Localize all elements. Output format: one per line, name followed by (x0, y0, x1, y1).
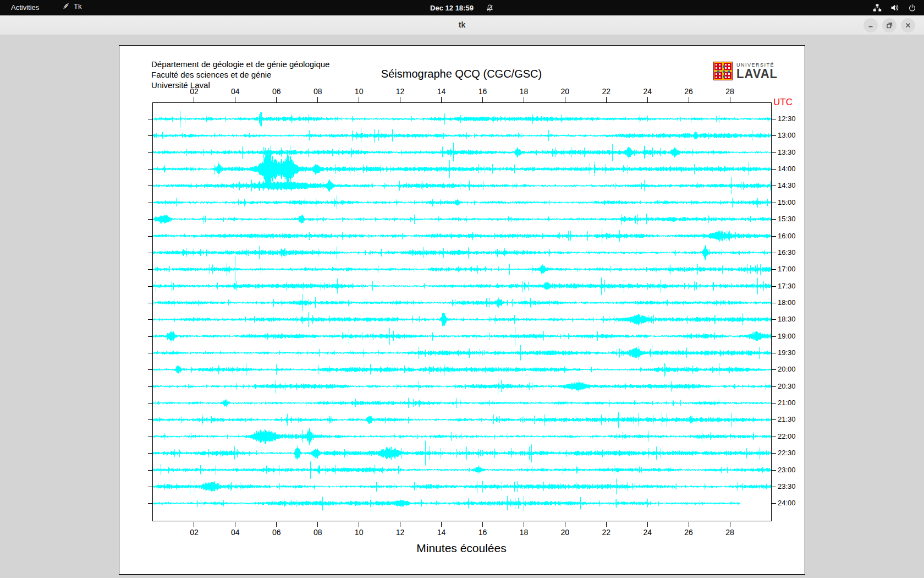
row-time-label: 16:30 (778, 248, 796, 257)
top-axis-label: 02 (183, 87, 205, 96)
left-row-tick (148, 119, 152, 119)
left-row-tick (148, 236, 152, 237)
bottom-axis-tick (235, 522, 235, 527)
bottom-axis-tick (276, 522, 277, 527)
clock-label: Dec 12 18:59 (430, 4, 474, 12)
left-row-tick (148, 152, 152, 153)
close-button[interactable] (901, 18, 915, 32)
window-title: tk (0, 20, 924, 29)
left-row-tick (148, 253, 152, 253)
maximize-button[interactable] (882, 18, 897, 32)
row-time-label: 14:30 (778, 181, 796, 190)
bottom-axis-tick (482, 522, 483, 527)
top-axis-label: 24 (636, 87, 658, 96)
right-row-tick (772, 253, 776, 253)
bottom-axis-label: 22 (595, 528, 617, 537)
top-axis-label: 22 (595, 87, 617, 96)
right-row-tick (772, 503, 776, 504)
right-row-tick (772, 169, 776, 170)
left-row-tick (148, 203, 152, 203)
bottom-axis-label: 12 (389, 528, 411, 537)
left-row-tick (148, 353, 152, 353)
row-time-label: 14:00 (778, 165, 796, 173)
top-axis-label: 20 (554, 87, 576, 96)
row-time-label: 12:30 (778, 114, 796, 123)
top-axis-label: 04 (224, 87, 246, 96)
right-row-tick (772, 119, 776, 119)
left-row-tick (148, 403, 152, 403)
network-wired-icon (873, 3, 882, 12)
row-time-label: 18:00 (778, 298, 796, 307)
bottom-axis-label: 02 (183, 528, 205, 537)
row-time-label: 23:00 (778, 466, 796, 475)
left-row-tick (148, 419, 152, 420)
minimize-button[interactable] (864, 18, 878, 32)
left-row-tick (148, 437, 152, 437)
right-row-tick (772, 186, 776, 186)
right-row-tick (772, 269, 776, 270)
top-axis-tick (359, 97, 359, 102)
bottom-axis-tick (524, 522, 524, 527)
row-time-label: 20:00 (778, 365, 796, 374)
top-axis-tick (565, 97, 565, 102)
top-axis-tick (524, 97, 524, 102)
left-row-tick (148, 487, 152, 487)
top-axis-label: 26 (678, 87, 700, 96)
top-axis-tick (194, 97, 194, 102)
left-row-tick (148, 269, 152, 270)
desktop-background: Département de géologie et de génie géol… (0, 35, 924, 578)
row-time-label: 19:00 (778, 332, 796, 341)
right-row-tick (772, 353, 776, 353)
top-axis-label: 14 (431, 87, 453, 96)
top-axis-label: 08 (307, 87, 329, 96)
top-axis-label: 12 (389, 87, 411, 96)
row-time-label: 15:30 (778, 215, 796, 223)
right-row-tick (772, 453, 776, 454)
left-row-tick (148, 386, 152, 387)
right-row-tick (772, 487, 776, 487)
right-row-tick (772, 219, 776, 220)
right-row-tick (772, 286, 776, 287)
volume-icon (890, 3, 899, 12)
bottom-axis-tick (730, 522, 730, 527)
top-axis-tick (400, 97, 400, 102)
right-row-tick (772, 135, 776, 136)
right-row-tick (772, 319, 776, 320)
left-row-tick (148, 369, 152, 370)
right-row-tick (772, 386, 776, 387)
clock-area[interactable]: Dec 12 18:59 (0, 0, 924, 15)
bottom-axis-label: 20 (554, 528, 576, 537)
bottom-axis-label: 16 (471, 528, 493, 537)
right-row-tick (772, 369, 776, 370)
bottom-axis-tick (359, 522, 359, 527)
bottom-axis-label: 28 (719, 528, 741, 537)
power-icon (908, 4, 916, 12)
left-row-tick (148, 319, 152, 320)
system-tray[interactable] (873, 0, 916, 15)
bottom-axis-label: 10 (348, 528, 370, 537)
row-time-label: 13:30 (778, 148, 796, 157)
utc-label: UTC (773, 97, 793, 108)
top-axis-label: 28 (719, 87, 741, 96)
row-time-label: 18:30 (778, 315, 796, 324)
bottom-axis-label: 08 (307, 528, 329, 537)
bottom-axis-tick (647, 522, 648, 527)
row-time-label: 24:00 (778, 499, 796, 508)
bottom-axis-tick (400, 522, 400, 527)
bottom-axis-label: 24 (636, 528, 658, 537)
bottom-axis-tick (317, 522, 318, 527)
top-axis-tick (730, 97, 730, 102)
top-axis-label: 18 (513, 87, 535, 96)
top-bar: Activities Tk Dec 12 18:59 (0, 0, 924, 15)
row-time-label: 20:30 (778, 382, 796, 391)
row-time-label: 17:30 (778, 282, 796, 291)
notifications-muted-icon (486, 4, 494, 12)
left-row-tick (148, 503, 152, 504)
app-canvas: Département de géologie et de génie géol… (119, 45, 805, 575)
top-axis-label: 10 (348, 87, 370, 96)
row-time-label: 13:00 (778, 131, 796, 140)
left-row-tick (148, 169, 152, 170)
bottom-axis-label: 04 (224, 528, 246, 537)
right-row-tick (772, 203, 776, 203)
left-row-tick (148, 186, 152, 186)
